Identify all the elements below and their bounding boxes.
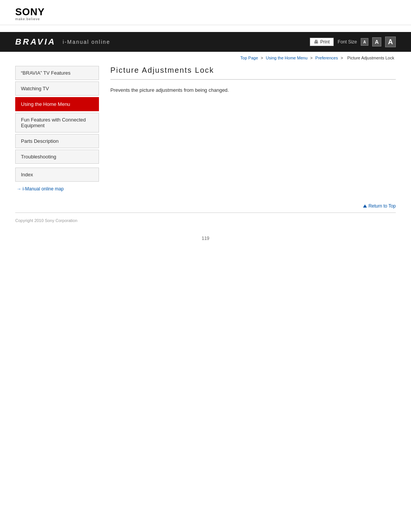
bravia-title: BRAVIA i-Manual online bbox=[15, 37, 110, 47]
content-area: Picture Adjustments Lock Prevents the pi… bbox=[110, 66, 396, 192]
top-bar: BRAVIA i-Manual online 🖶 Print Font Size… bbox=[0, 32, 411, 52]
sidebar-item-parts-description[interactable]: Parts Description bbox=[15, 134, 99, 148]
sony-tagline: make.believe bbox=[15, 17, 396, 21]
sidebar-map-link: → i-Manual online map bbox=[15, 186, 99, 192]
breadcrumb-sep3: > bbox=[341, 56, 343, 60]
breadcrumb-preferences[interactable]: Preferences bbox=[315, 56, 338, 60]
sidebar-item-troubleshooting[interactable]: Troubleshooting bbox=[15, 150, 99, 164]
main-layout: “BRAVIA” TV Features Watching TV Using t… bbox=[0, 66, 411, 192]
sidebar-item-label: Troubleshooting bbox=[21, 154, 56, 160]
return-top-area: Return to Top bbox=[0, 192, 411, 212]
font-large-button[interactable]: A bbox=[385, 37, 396, 47]
top-bar-right: 🖶 Print Font Size A A A bbox=[310, 37, 396, 47]
return-top-label: Return to Top bbox=[368, 203, 396, 209]
font-size-label: Font Size bbox=[338, 39, 357, 45]
print-button[interactable]: 🖶 Print bbox=[310, 38, 334, 46]
sidebar-item-label: Fun Features with Connected Equipment bbox=[21, 117, 86, 128]
breadcrumb-home-menu[interactable]: Using the Home Menu bbox=[266, 56, 307, 60]
breadcrumb-sep2: > bbox=[310, 56, 312, 60]
sidebar-item-index[interactable]: Index bbox=[15, 168, 99, 182]
sidebar-item-label: “BRAVIA” TV Features bbox=[21, 70, 70, 76]
print-label: Print bbox=[320, 39, 330, 45]
sidebar-item-watching-tv[interactable]: Watching TV bbox=[15, 81, 99, 96]
logo-area: SONY make.believe bbox=[0, 0, 411, 25]
print-icon: 🖶 bbox=[314, 39, 319, 45]
sidebar-item-label: Index bbox=[21, 172, 33, 177]
return-to-top-link[interactable]: Return to Top bbox=[363, 203, 396, 209]
sidebar: “BRAVIA” TV Features Watching TV Using t… bbox=[15, 66, 99, 192]
page-title: Picture Adjustments Lock bbox=[110, 66, 396, 80]
bravia-logo: BRAVIA bbox=[15, 37, 56, 47]
copyright: Copyright 2010 Sony Corporation bbox=[0, 213, 411, 228]
breadcrumb-top-page[interactable]: Top Page bbox=[241, 56, 258, 60]
breadcrumb-current: Picture Adjustments Lock bbox=[347, 56, 394, 60]
triangle-up-icon bbox=[363, 204, 367, 208]
breadcrumb: Top Page > Using the Home Menu > Prefere… bbox=[0, 52, 411, 64]
page-number: 119 bbox=[0, 228, 411, 249]
imanual-map-link[interactable]: → i-Manual online map bbox=[17, 186, 99, 192]
sony-logo: SONY bbox=[15, 7, 396, 17]
sidebar-item-label: Watching TV bbox=[21, 86, 49, 91]
sidebar-item-fun-features[interactable]: Fun Features with Connected Equipment bbox=[15, 113, 99, 133]
sidebar-item-label: Parts Description bbox=[21, 138, 59, 144]
font-small-button[interactable]: A bbox=[361, 38, 368, 46]
breadcrumb-sep1: > bbox=[261, 56, 263, 60]
font-medium-button[interactable]: A bbox=[372, 37, 381, 46]
sidebar-item-using-home-menu[interactable]: Using the Home Menu bbox=[15, 97, 99, 111]
sidebar-item-bravia-features[interactable]: “BRAVIA” TV Features bbox=[15, 66, 99, 80]
page-description: Prevents the picture adjustments from be… bbox=[110, 86, 396, 94]
sidebar-item-label: Using the Home Menu bbox=[21, 101, 70, 107]
imanual-text: i-Manual online bbox=[63, 39, 110, 45]
